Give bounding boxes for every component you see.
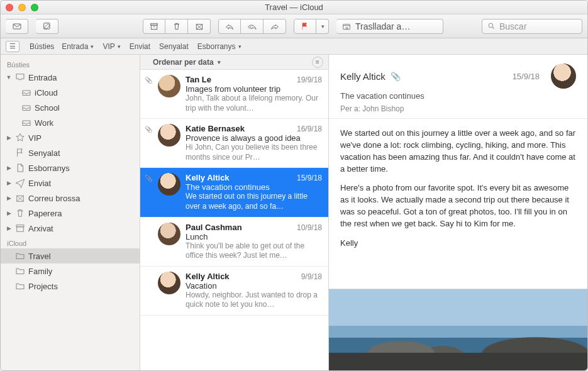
- message-row[interactable]: Tan Le19/9/18Images from volunteer tripJ…: [140, 70, 328, 119]
- reply-all-button[interactable]: [241, 19, 263, 34]
- folder-icon: [14, 280, 26, 292]
- sidebar-item-label: Correu brossa: [28, 194, 136, 203]
- archive-button[interactable]: [143, 19, 165, 34]
- mailboxes-toggle[interactable]: ☰: [6, 41, 19, 52]
- sidebar-item-label: Senyalat: [28, 148, 136, 158]
- disclosure-triangle[interactable]: ▶: [6, 180, 12, 186]
- fav-item-senyalat[interactable]: Senyalat: [159, 42, 189, 51]
- filter-button[interactable]: ≡: [312, 57, 323, 68]
- fav-mailboxes[interactable]: Bústies: [30, 42, 54, 51]
- sidebar-folder-family[interactable]: Family: [1, 263, 140, 279]
- svg-rect-3: [151, 25, 157, 30]
- message-row[interactable]: Kelly Altick9/9/18VacationHowdy, neighbo…: [140, 267, 328, 316]
- sort-button[interactable]: Ordenar per data ▾: [153, 58, 221, 67]
- sidebar-item-label: iCloud: [35, 88, 136, 97]
- reader-pane: Kelly Altick 📎 15/9/18 The vacation cont…: [329, 55, 587, 370]
- window-close-button[interactable]: [6, 4, 13, 11]
- svg-rect-12: [17, 227, 24, 232]
- message-row[interactable]: Kelly Altick15/9/18The vacation continue…: [140, 168, 328, 217]
- chevron-down-icon: ▾: [321, 23, 325, 30]
- attachment-image[interactable]: [329, 289, 587, 370]
- search-placeholder: Buscar: [499, 21, 527, 31]
- sidebar-item-label: Work: [35, 118, 136, 128]
- reader-paragraph: Kelly: [340, 238, 576, 250]
- message-list[interactable]: Tan Le19/9/18Images from volunteer tripJ…: [140, 70, 328, 370]
- compose-button[interactable]: [36, 19, 58, 34]
- message-row[interactable]: Katie Bernasek16/9/18Provence is always …: [140, 119, 328, 168]
- sidebar-item-label: Paperera: [28, 209, 136, 218]
- sidebar-toggle-icon: ☰: [9, 42, 16, 50]
- message-gutter: [144, 75, 153, 113]
- message-body: Tan Le19/9/18Images from volunteer tripJ…: [186, 75, 322, 113]
- sidebar-item-arxivat[interactable]: ▶Arxivat: [1, 221, 140, 236]
- tray-icon: [21, 102, 32, 113]
- sidebar-item-esborranys[interactable]: ▶Esborranys: [1, 160, 140, 175]
- reader-recipients: Per a: John Bishop: [340, 104, 576, 113]
- message-sender: Kelly Altick: [186, 173, 230, 182]
- message-subject: Vacation: [186, 281, 322, 291]
- chevron-down-icon: ▾: [91, 43, 94, 50]
- fav-item-label: Enviat: [130, 42, 150, 51]
- sidebar-item-senyalat[interactable]: Senyalat: [1, 145, 140, 160]
- disclosure-triangle[interactable]: ▶: [6, 195, 12, 201]
- fav-item-entrada[interactable]: Entrada▾: [62, 42, 94, 51]
- fav-item-esborranys[interactable]: Esborranys▾: [197, 42, 241, 51]
- fav-item-vip[interactable]: VIP▾: [103, 42, 120, 51]
- reader-body[interactable]: We started out on this journey a little …: [329, 119, 587, 289]
- disclosure-triangle[interactable]: ▶: [6, 165, 12, 171]
- message-sender: Kelly Altick: [186, 272, 230, 281]
- forward-button[interactable]: [263, 19, 286, 34]
- tray-icon: [21, 117, 32, 128]
- reader-header: Kelly Altick 📎 15/9/18 The vacation cont…: [329, 55, 587, 119]
- fav-item-enviat[interactable]: Enviat: [130, 42, 150, 51]
- junk-button[interactable]: [188, 19, 211, 34]
- message-row[interactable]: Paul Cashman10/9/18LunchThink you'll be …: [140, 218, 328, 267]
- sidebar-item-work[interactable]: Work: [1, 115, 140, 130]
- disclosure-triangle[interactable]: ▼: [6, 74, 12, 80]
- message-subject: Provence is always a good idea: [186, 133, 322, 143]
- reply-icon: [225, 21, 235, 31]
- disclosure-triangle[interactable]: ▶: [6, 210, 12, 216]
- sidebar-item-label: Family: [28, 267, 136, 276]
- sidebar-item-enviat[interactable]: ▶Enviat: [1, 175, 140, 191]
- junk-icon: [14, 192, 26, 204]
- sidebar-item-label: Travel: [28, 252, 136, 261]
- sidebar-item-icloud[interactable]: iCloud: [1, 85, 140, 100]
- window-zoom-button[interactable]: [31, 4, 38, 11]
- sidebar-folder-projects[interactable]: Projects: [1, 279, 140, 294]
- sidebar-item-label: VIP: [28, 133, 136, 143]
- search-field[interactable]: Buscar: [482, 19, 582, 34]
- sidebar-folder-travel[interactable]: Travel: [1, 248, 140, 263]
- sidebar-item-paperera[interactable]: ▶Paperera: [1, 206, 140, 221]
- forward-icon: [270, 21, 280, 31]
- sort-label: Ordenar per data: [153, 58, 214, 67]
- sidebar-item-label: Arxivat: [28, 224, 136, 233]
- attachment-icon: [145, 125, 152, 133]
- flag-icon: [14, 147, 26, 158]
- message-gutter: [144, 173, 153, 211]
- reply-button[interactable]: [218, 19, 241, 34]
- sidebar-item-correu-brossa[interactable]: ▶Correu brossa: [1, 191, 140, 206]
- fav-item-label: Senyalat: [159, 42, 189, 51]
- trash-icon: [172, 21, 182, 31]
- message-gutter: [144, 223, 153, 261]
- delete-button[interactable]: [165, 19, 188, 34]
- disclosure-triangle[interactable]: ▶: [6, 225, 12, 231]
- message-sender: Paul Cashman: [186, 223, 242, 232]
- message-date: 10/9/18: [297, 223, 322, 232]
- message-subject: The vacation continues: [186, 182, 322, 192]
- message-preview: Howdy, neighbor. Just wanted to drop a q…: [186, 291, 322, 310]
- get-mail-button[interactable]: [6, 19, 28, 34]
- move-to-button[interactable]: Traslladar a…: [336, 19, 443, 34]
- sidebar-item-school[interactable]: School: [1, 100, 140, 115]
- disclosure-triangle[interactable]: ▶: [6, 135, 12, 141]
- attachment-icon: 📎: [391, 72, 401, 81]
- sidebar-item-entrada[interactable]: ▼Entrada: [1, 70, 140, 85]
- flag-menu-button[interactable]: ▾: [316, 19, 329, 34]
- sidebar-item-vip[interactable]: ▶VIP: [1, 130, 140, 145]
- window-minimize-button[interactable]: [18, 4, 26, 11]
- message-date: 19/9/18: [297, 75, 322, 84]
- toolbar: ▾ Traslladar a… Buscar: [1, 14, 587, 38]
- flag-button[interactable]: [294, 19, 316, 34]
- star-icon: [14, 132, 26, 143]
